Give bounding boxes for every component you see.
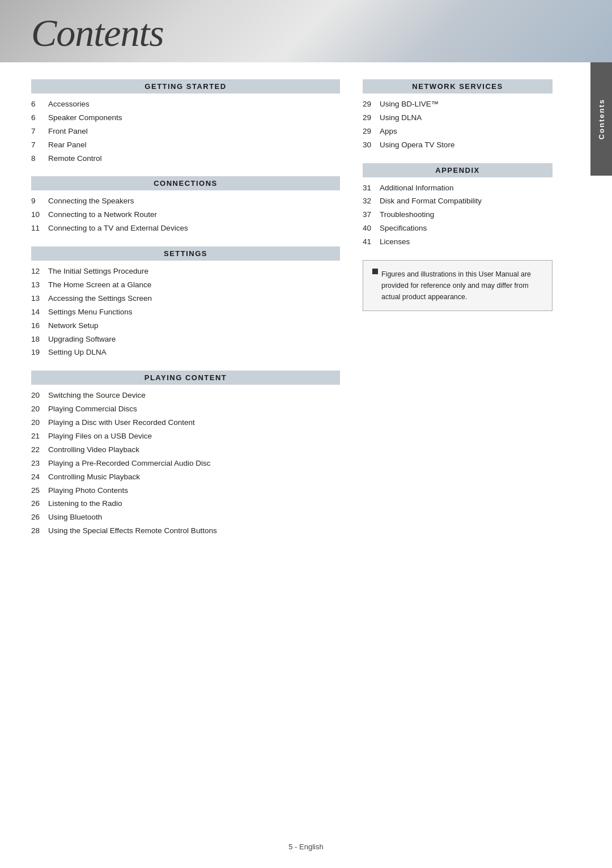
- page-number: 24: [31, 472, 48, 483]
- toc-entry-text: Upgrading Software: [48, 334, 340, 345]
- list-item: 12The Initial Settings Procedure: [31, 266, 340, 277]
- section-settings: SETTINGS12The Initial Settings Procedure…: [31, 246, 340, 358]
- list-item: 28Using the Special Effects Remote Contr…: [31, 526, 340, 537]
- page-number: 26: [31, 499, 48, 509]
- toc-entry-text: Connecting to a TV and External Devices: [48, 223, 340, 234]
- toc-entry-text: Using Bluetooth: [48, 512, 340, 523]
- toc-entry-text: Using the Special Effects Remote Control…: [48, 526, 340, 537]
- toc-entry-text: Licenses: [380, 237, 552, 248]
- toc-entry-text: Settings Menu Functions: [48, 307, 340, 318]
- list-item: 6Speaker Components: [31, 113, 340, 124]
- page-number: 29: [363, 99, 380, 110]
- page-number: 20: [31, 390, 48, 401]
- page-number: 28: [31, 526, 48, 537]
- list-item: 24Controlling Music Playback: [31, 472, 340, 483]
- toc-entry-text: Speaker Components: [48, 113, 340, 124]
- page-number: 37: [363, 210, 380, 220]
- toc-entry-text: Remote Control: [48, 154, 340, 164]
- page-number: 21: [31, 431, 48, 442]
- list-item: 10Connecting to a Network Router: [31, 210, 340, 220]
- list-item: 20Playing a Disc with User Recorded Cont…: [31, 418, 340, 428]
- toc-entry-text: Rear Panel: [48, 140, 340, 151]
- list-item: 11Connecting to a TV and External Device…: [31, 223, 340, 234]
- section-getting-started: GETTING STARTED6Accessories6Speaker Comp…: [31, 79, 340, 164]
- list-item: 16Network Setup: [31, 321, 340, 331]
- toc-entry-text: Setting Up DLNA: [48, 347, 340, 358]
- section-header-connections: CONNECTIONS: [31, 176, 340, 190]
- list-item: 9Connecting the Speakers: [31, 196, 340, 207]
- page-number: 11: [31, 223, 48, 234]
- page-number: 12: [31, 266, 48, 277]
- list-item: 6Accessories: [31, 99, 340, 110]
- page-footer: 5 - English: [0, 843, 612, 851]
- toc-entry-text: Playing a Disc with User Recorded Conten…: [48, 418, 340, 428]
- toc-entry-text: Accessing the Settings Screen: [48, 293, 340, 304]
- section-header-network-services: NETWORK SERVICES: [363, 79, 552, 93]
- toc-entry-text: Connecting to a Network Router: [48, 210, 340, 220]
- toc-entry-text: Playing Files on a USB Device: [48, 431, 340, 442]
- list-item: 30Using Opera TV Store: [363, 140, 552, 151]
- list-item: 14Settings Menu Functions: [31, 307, 340, 318]
- toc-entry-text: Front Panel: [48, 126, 340, 137]
- list-item: 37Troubleshooting: [363, 210, 552, 220]
- toc-entry-text: Listening to the Radio: [48, 499, 340, 509]
- section-header-getting-started: GETTING STARTED: [31, 79, 340, 93]
- page-number: 6: [31, 113, 48, 124]
- toc-entry-text: Playing Commercial Discs: [48, 404, 340, 415]
- section-network-services: NETWORK SERVICES29Using BD-LIVE™29Using …: [363, 79, 552, 151]
- list-item: 29Using DLNA: [363, 113, 552, 124]
- page-number: 10: [31, 210, 48, 220]
- list-item: 26Listening to the Radio: [31, 499, 340, 509]
- list-item: 29Apps: [363, 126, 552, 137]
- page-number: 31: [363, 183, 380, 194]
- page-number: 32: [363, 196, 380, 207]
- toc-entry-text: Switching the Source Device: [48, 390, 340, 401]
- section-header-settings: SETTINGS: [31, 246, 340, 261]
- section-header-appendix: APPENDIX: [363, 163, 552, 177]
- section-header-playing-content: PLAYING CONTENT: [31, 371, 340, 385]
- page-number: 26: [31, 512, 48, 523]
- list-item: 25Playing Photo Contents: [31, 486, 340, 496]
- page-number: 7: [31, 126, 48, 137]
- list-item: 13The Home Screen at a Glance: [31, 280, 340, 291]
- toc-entry-text: Disk and Format Compatibility: [380, 196, 552, 207]
- toc-entry-text: Using BD-LIVE™: [380, 99, 552, 110]
- page-number: 29: [363, 126, 380, 137]
- list-item: 31Additional Information: [363, 183, 552, 194]
- note-box: Figures and illustrations in this User M…: [363, 260, 552, 311]
- list-item: 32Disk and Format Compatibility: [363, 196, 552, 207]
- list-item: 19Setting Up DLNA: [31, 347, 340, 358]
- list-item: 8Remote Control: [31, 154, 340, 164]
- toc-entry-text: Controlling Video Playback: [48, 445, 340, 456]
- side-tab: Contents: [590, 62, 612, 176]
- page-number: 19: [31, 347, 48, 358]
- list-item: 41Licenses: [363, 237, 552, 248]
- page-number: 6: [31, 99, 48, 110]
- toc-entry-text: Apps: [380, 126, 552, 137]
- page-number: 22: [31, 445, 48, 456]
- page-number: 20: [31, 418, 48, 428]
- list-item: 18Upgrading Software: [31, 334, 340, 345]
- list-item: 26Using Bluetooth: [31, 512, 340, 523]
- toc-entry-text: Connecting the Speakers: [48, 196, 340, 207]
- page-number: 13: [31, 293, 48, 304]
- page-number: 29: [363, 113, 380, 124]
- list-item: 22Controlling Video Playback: [31, 445, 340, 456]
- section-connections: CONNECTIONS9Connecting the Speakers10Con…: [31, 176, 340, 234]
- page-number: 18: [31, 334, 48, 345]
- page-number: 8: [31, 154, 48, 164]
- page-number: 16: [31, 321, 48, 331]
- section-appendix: APPENDIX31Additional Information32Disk a…: [363, 163, 552, 248]
- page-number: 20: [31, 404, 48, 415]
- list-item: 20Playing Commercial Discs: [31, 404, 340, 415]
- toc-entry-text: Using DLNA: [380, 113, 552, 124]
- list-item: 7Rear Panel: [31, 140, 340, 151]
- toc-entry-text: Specifications: [380, 223, 552, 234]
- side-tab-label: Contents: [597, 99, 606, 139]
- page-number: 7: [31, 140, 48, 151]
- page-number: 23: [31, 458, 48, 469]
- main-content: GETTING STARTED6Accessories6Speaker Comp…: [0, 62, 612, 566]
- toc-entry-text: Accessories: [48, 99, 340, 110]
- page-number: 30: [363, 140, 380, 151]
- list-item: 23Playing a Pre-Recorded Commercial Audi…: [31, 458, 340, 469]
